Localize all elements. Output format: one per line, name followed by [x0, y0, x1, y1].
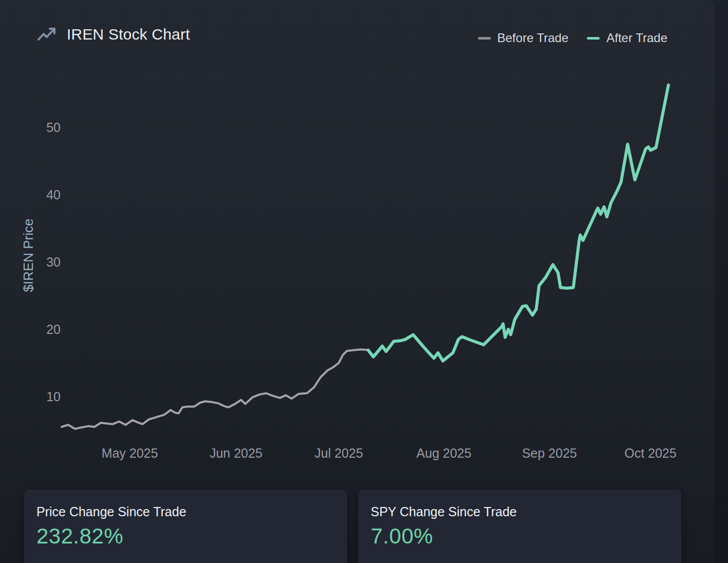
- chart-card: IREN Stock Chart Before Trade After Trad…: [0, 0, 715, 563]
- y-tick: 10: [0, 389, 61, 404]
- stat-label: Price Change Since Trade: [36, 504, 333, 519]
- x-tick: Jul 2025: [315, 446, 363, 461]
- x-tick: Aug 2025: [416, 446, 471, 461]
- price-change-value: 232.82%: [36, 524, 333, 549]
- y-tick: 50: [0, 120, 61, 135]
- after-trade-line: [368, 85, 668, 361]
- x-tick: May 2025: [102, 446, 158, 461]
- x-tick: Oct 2025: [624, 446, 676, 461]
- stat-label: SPY Change Since Trade: [371, 504, 667, 519]
- spy-change-value: 7.00%: [371, 524, 667, 549]
- before-trade-line: [62, 349, 368, 429]
- y-tick: 20: [0, 322, 61, 337]
- x-tick: Sep 2025: [522, 446, 577, 461]
- spy-change-card: SPY Change Since Trade 7.00%: [358, 490, 681, 563]
- x-tick: Jun 2025: [209, 446, 262, 461]
- y-tick: 30: [0, 255, 61, 270]
- y-tick: 40: [0, 187, 61, 202]
- price-change-card: Price Change Since Trade 232.82%: [24, 490, 347, 563]
- chart-plot[interactable]: [0, 0, 715, 483]
